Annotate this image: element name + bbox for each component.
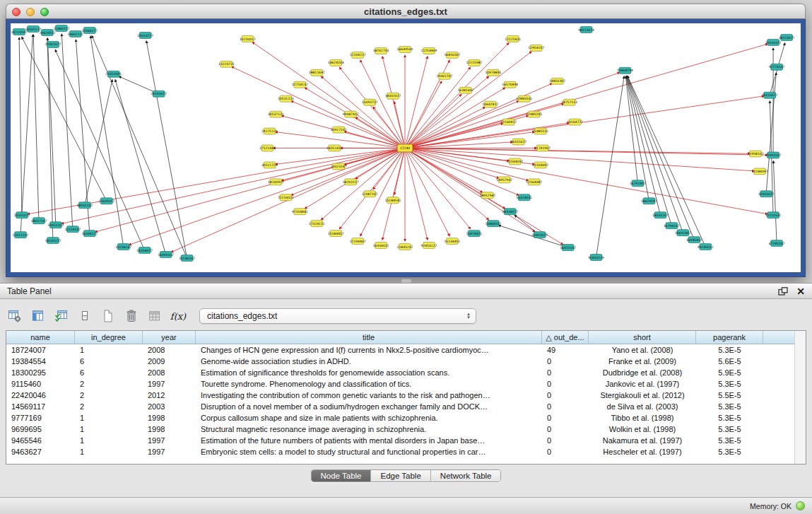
graph-node-label: 30917107 [331, 128, 347, 132]
table-cell: 6 [75, 368, 143, 377]
citation-edge-black[interactable] [146, 41, 187, 258]
citation-edge-black[interactable] [22, 37, 107, 201]
citation-edge-red[interactable] [405, 81, 442, 148]
tab-network-table[interactable]: Network Table [430, 470, 501, 481]
table-row[interactable]: 1456911722003Disruption of a novel membe… [6, 401, 806, 412]
citation-edge-red[interactable] [405, 43, 509, 148]
table-scrollbar[interactable] [794, 331, 806, 464]
trash-icon [124, 309, 139, 323]
table-cell: 5.3E-5 [696, 402, 763, 411]
citation-edge-black[interactable] [90, 36, 124, 247]
graph-node-label: 14850307 [549, 79, 565, 83]
graph-node-label: 10164777 [567, 120, 583, 124]
citation-edge-black[interactable] [85, 80, 112, 206]
column-header-3[interactable]: title [196, 331, 542, 344]
apply-style-button[interactable] [52, 307, 71, 325]
graph-node-label: 11254409 [421, 49, 437, 52]
citation-edge-red[interactable] [405, 148, 499, 177]
citation-edge-black[interactable] [19, 37, 22, 215]
citation-edge-black[interactable] [61, 34, 73, 229]
network-window-titlebar[interactable]: citations_edges.txt [6, 4, 806, 19]
graph-node-label: 18105177 [45, 239, 61, 243]
row-tools-button[interactable] [76, 307, 94, 325]
network-graph[interactable]: 1724011741907154855311748520512840501165… [11, 23, 801, 272]
select-columns-button[interactable] [29, 307, 47, 325]
table-cell: 0 [542, 448, 589, 456]
column-header-1[interactable]: in_degree [75, 331, 143, 344]
citation-edge-red[interactable] [405, 142, 513, 148]
graph-node-label: 10184097 [752, 170, 768, 173]
graph-node-label: 15993107 [765, 153, 782, 157]
close-window-icon[interactable] [12, 8, 20, 16]
graph-node-label: 22605017 [98, 199, 114, 203]
column-header-0[interactable]: name [6, 331, 75, 344]
table-settings-icon [8, 309, 22, 323]
delete-columns-button[interactable] [122, 307, 141, 325]
create-column-button[interactable] [99, 307, 117, 325]
function-builder-button[interactable]: f(x) [169, 307, 187, 325]
graph-node-label: 21053301 [105, 72, 122, 76]
network-table-select[interactable]: citations_edges.txt ▲▼ [199, 308, 476, 324]
citation-edge-black[interactable] [55, 49, 145, 250]
graph-node-label: 19692117 [67, 33, 83, 36]
table-row[interactable]: 946554611997Estimation of the future num… [6, 435, 806, 446]
citation-edge-red[interactable] [405, 52, 531, 148]
table-cell: Wolkin et al. (1998) [589, 425, 696, 433]
graph-node-label: 92774107 [769, 65, 785, 69]
citation-edge-red[interactable] [355, 148, 405, 179]
table-body: 1872400712008Changes of HCN gene express… [6, 344, 806, 457]
table-cell: Nakamura et al. (1997) [589, 436, 696, 445]
close-panel-icon[interactable]: ✕ [796, 287, 805, 296]
table-row[interactable]: 1872400712008Changes of HCN gene express… [6, 344, 806, 356]
table-cell: 2 [75, 391, 143, 399]
citation-edge-red[interactable] [355, 117, 405, 148]
column-header-5[interactable]: short [589, 331, 696, 344]
citation-edge-red[interactable] [232, 66, 405, 148]
network-canvas[interactable]: 1724011741907154855311748520512840501165… [11, 23, 801, 272]
citation-edge-red[interactable] [61, 148, 405, 223]
column-header-2[interactable]: year [143, 331, 196, 344]
table-row[interactable]: 1830029562008Estimation of significance … [6, 367, 806, 378]
graph-node-label: 10692407 [675, 231, 691, 235]
table-cell: 2008 [143, 368, 196, 377]
table-row[interactable]: 2242004622012Investigating the contribut… [6, 390, 806, 401]
graph-node-label: 13093717 [362, 100, 378, 104]
graph-node-label: 10154107 [64, 228, 81, 231]
citation-edge-black[interactable] [92, 35, 187, 258]
import-table-button[interactable] [146, 307, 164, 325]
tab-edge-table[interactable]: Edge Table [370, 470, 430, 481]
citation-edge-red[interactable] [405, 148, 483, 192]
table-cell: 0 [542, 402, 589, 411]
graph-node-label: 10331077 [14, 214, 30, 217]
float-panel-icon[interactable] [778, 287, 788, 296]
graph-node-label: 18037107 [31, 219, 47, 223]
table-row[interactable]: 977716911998Corpus callosum shape and si… [6, 412, 806, 424]
citation-edge-black[interactable] [596, 76, 625, 257]
citation-edge-black[interactable] [20, 35, 33, 235]
table-cell: 9699695 [6, 425, 75, 433]
column-header-6[interactable]: pagerank [696, 331, 763, 344]
citation-edge-black[interactable] [626, 76, 660, 216]
citation-edge-black[interactable] [627, 76, 683, 233]
citation-edge-red[interactable] [405, 148, 449, 236]
citation-edge-red[interactable] [95, 148, 405, 232]
table-cell: 5.5E-5 [696, 391, 763, 399]
graph-node-label: 24275121 [261, 129, 278, 133]
table-row[interactable]: 969969511998Structural magnetic resonanc… [6, 424, 806, 435]
citation-edge-black[interactable] [115, 79, 166, 255]
graph-node-label: 18100927 [268, 180, 284, 184]
table-cell: 5.3E-5 [696, 448, 763, 456]
citation-edge-red[interactable] [405, 96, 764, 148]
minimize-window-icon[interactable] [26, 8, 35, 16]
citation-edge-black[interactable] [773, 160, 777, 243]
column-header-4[interactable]: △ out_de... [542, 331, 589, 344]
table-row[interactable]: 946362711997Embryonic stem cells: a mode… [6, 446, 806, 457]
table-row[interactable]: 911546021997Tourette syndrome. Phenomeno… [6, 378, 806, 390]
table-settings-button[interactable] [6, 307, 24, 325]
citation-edge-black[interactable] [33, 35, 39, 221]
table-row[interactable]: 1938455462009Genome-wide association stu… [6, 356, 806, 367]
citation-edge-black[interactable] [628, 76, 705, 247]
zoom-window-icon[interactable] [40, 8, 49, 16]
citation-edge-red[interactable] [405, 104, 564, 148]
tab-node-table[interactable]: Node Table [312, 470, 371, 481]
